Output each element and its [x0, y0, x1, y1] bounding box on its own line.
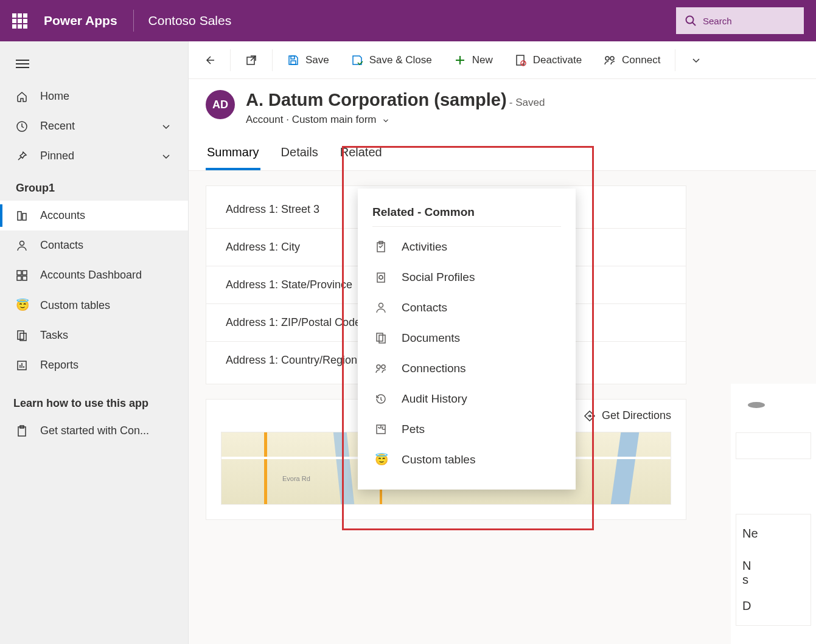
connect-button[interactable]: Connect [594, 48, 670, 72]
learn-heading: Learn how to use this app [0, 380, 188, 416]
clipboard-icon [16, 425, 28, 437]
directions-icon [584, 410, 596, 422]
nav-accounts-label: Accounts [40, 209, 85, 222]
new-button[interactable]: New [444, 48, 503, 72]
svg-rect-4 [23, 213, 26, 220]
related-custom-tables[interactable]: 😇 Custom tables [372, 445, 561, 475]
related-audit[interactable]: Audit History [372, 384, 561, 414]
sitemap-toggle[interactable] [0, 52, 188, 81]
nav-reports[interactable]: Reports [0, 350, 188, 380]
entity-name: Account [246, 114, 283, 125]
svg-rect-20 [291, 61, 296, 64]
deactivate-label: Deactivate [533, 54, 582, 66]
related-pets[interactable]: Pets [372, 414, 561, 445]
nav-tasks-label: Tasks [40, 329, 68, 342]
nav-home-label: Home [40, 90, 69, 103]
command-bar: Save Save & Close New Deactivate Connect [189, 41, 816, 79]
chevron-down-icon[interactable] [382, 116, 390, 125]
nav-contacts-label: Contacts [40, 239, 83, 252]
svg-rect-33 [377, 333, 383, 341]
plus-icon [454, 54, 466, 66]
related-header: Related - Common [372, 206, 561, 227]
right-new-label: Ne [742, 527, 804, 541]
tabs: Summary Details Related [189, 137, 816, 171]
save-icon [287, 54, 299, 66]
svg-point-32 [379, 303, 383, 308]
nav-get-started-label: Get started with Con... [40, 424, 149, 437]
svg-rect-19 [291, 56, 295, 59]
svg-point-31 [379, 275, 383, 279]
overflow-button[interactable] [680, 48, 712, 72]
svg-point-26 [605, 57, 609, 60]
svg-line-25 [521, 61, 525, 65]
nav-get-started[interactable]: Get started with Con... [0, 416, 188, 446]
nav-pinned-label: Pinned [40, 150, 74, 162]
related-dropdown: Related - Common Activities Social Profi… [358, 189, 576, 490]
back-icon [203, 54, 215, 66]
nav-custom-tables[interactable]: 😇 Custom tables [0, 290, 188, 320]
emoji-icon: 😇 [16, 299, 28, 312]
search-icon [685, 15, 697, 27]
tab-summary[interactable]: Summary [206, 137, 260, 170]
nav-pinned[interactable]: Pinned [0, 141, 188, 171]
tab-related[interactable]: Related [339, 137, 383, 170]
group-label: Group1 [0, 171, 188, 201]
related-connections[interactable]: Connections [372, 353, 561, 384]
svg-rect-10 [18, 331, 24, 339]
chevron-down-icon [160, 120, 172, 133]
clipboard-icon [375, 241, 387, 253]
new-label: New [472, 54, 493, 66]
tab-details[interactable]: Details [280, 137, 319, 170]
svg-point-36 [382, 365, 385, 369]
social-icon [375, 271, 387, 283]
related-documents[interactable]: Documents [372, 323, 561, 353]
related-contacts[interactable]: Contacts [372, 293, 561, 323]
emoji-icon: 😇 [375, 453, 387, 466]
search-placeholder: Search [703, 16, 732, 26]
connections-icon [375, 362, 387, 375]
back-button[interactable] [194, 48, 225, 72]
tasks-icon [16, 330, 28, 342]
save-button[interactable]: Save [277, 48, 339, 72]
get-directions-link[interactable]: Get Directions [602, 409, 671, 422]
open-new-window-button[interactable] [235, 48, 267, 72]
nav-reports-label: Reports [40, 359, 78, 372]
accounts-icon [16, 210, 28, 222]
save-label: Save [305, 54, 329, 66]
nav-dashboard[interactable]: Accounts Dashboard [0, 260, 188, 290]
puzzle-icon [375, 423, 387, 435]
nav-accounts[interactable]: Accounts [0, 201, 188, 230]
nav-home[interactable]: Home [0, 81, 188, 111]
app-launcher-icon[interactable] [12, 13, 27, 28]
form-selector[interactable]: Custom main form [292, 114, 377, 125]
tenant-name: Contoso Sales [148, 13, 232, 28]
nav-tasks[interactable]: Tasks [0, 320, 188, 350]
related-activities[interactable]: Activities [372, 232, 561, 262]
right-panel-truncated: Ne N s D [731, 384, 816, 644]
deactivate-icon [515, 54, 527, 66]
connect-icon [604, 54, 616, 66]
popout-icon [245, 54, 257, 66]
save-close-label: Save & Close [369, 54, 432, 66]
svg-rect-8 [17, 276, 21, 280]
svg-rect-3 [18, 212, 21, 220]
avatar-placeholder [748, 402, 765, 408]
person-icon [375, 302, 387, 314]
svg-point-5 [20, 241, 24, 245]
reports-icon [16, 359, 28, 372]
deactivate-button[interactable]: Deactivate [505, 48, 591, 72]
related-social[interactable]: Social Profiles [372, 262, 561, 293]
nav-contacts[interactable]: Contacts [0, 230, 188, 260]
save-close-icon [351, 54, 363, 66]
map-road-label: Evora Rd [282, 475, 310, 482]
svg-rect-34 [379, 335, 385, 343]
search-input[interactable]: Search [676, 7, 804, 34]
divider [133, 10, 134, 32]
save-close-button[interactable]: Save & Close [341, 48, 442, 72]
nav-recent[interactable]: Recent [0, 111, 188, 141]
svg-rect-9 [23, 276, 27, 280]
chevron-down-icon [690, 54, 702, 66]
documents-icon [375, 332, 387, 344]
connect-label: Connect [622, 54, 660, 66]
svg-point-35 [377, 365, 380, 369]
